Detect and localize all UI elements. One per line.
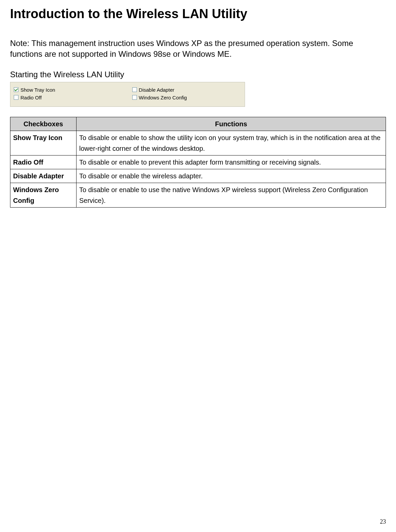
page-number: 23 <box>380 518 386 525</box>
row-name: Show Tray Icon <box>10 131 77 155</box>
col-header-checkboxes: Checkboxes <box>10 117 77 131</box>
row-name: Windows Zero Config <box>10 183 77 207</box>
row-name: Radio Off <box>10 155 77 169</box>
checkbox-panel: Show Tray Icon Disable Adapter Radio Off… <box>10 82 245 107</box>
subheading: Starting the Wireless LAN Utility <box>10 70 386 79</box>
table-row: Show Tray Icon To disable or enable to s… <box>10 131 386 155</box>
checkbox-show-tray-icon[interactable]: Show Tray Icon <box>14 87 123 93</box>
note-text: Note: This management instruction uses W… <box>10 38 386 60</box>
row-name: Disable Adapter <box>10 169 77 183</box>
row-desc: To disable or enable to use the native W… <box>77 183 386 207</box>
page-title: Introduction to the Wireless LAN Utility <box>10 7 386 21</box>
checkbox-disable-adapter[interactable]: Disable Adapter <box>132 87 241 93</box>
checkbox-icon <box>132 95 137 100</box>
checkbox-label: Show Tray Icon <box>20 87 55 93</box>
checkbox-radio-off[interactable]: Radio Off <box>14 95 123 100</box>
checkbox-windows-zero-config[interactable]: Windows Zero Config <box>132 95 241 100</box>
row-desc: To disable or enable the wireless adapte… <box>77 169 386 183</box>
checkbox-icon <box>132 87 137 92</box>
checkbox-icon <box>14 95 18 100</box>
row-desc: To disable or enable to prevent this ada… <box>77 155 386 169</box>
checkbox-label: Radio Off <box>20 95 42 100</box>
table-row: Radio Off To disable or enable to preven… <box>10 155 386 169</box>
table-row: Windows Zero Config To disable or enable… <box>10 183 386 207</box>
col-header-functions: Functions <box>77 117 386 131</box>
checkbox-icon <box>14 87 18 92</box>
checkbox-label: Windows Zero Config <box>139 95 187 100</box>
checkbox-label: Disable Adapter <box>139 87 175 93</box>
table-row: Disable Adapter To disable or enable the… <box>10 169 386 183</box>
functions-table: Checkboxes Functions Show Tray Icon To d… <box>10 117 386 208</box>
row-desc: To disable or enable to show the utility… <box>77 131 386 155</box>
